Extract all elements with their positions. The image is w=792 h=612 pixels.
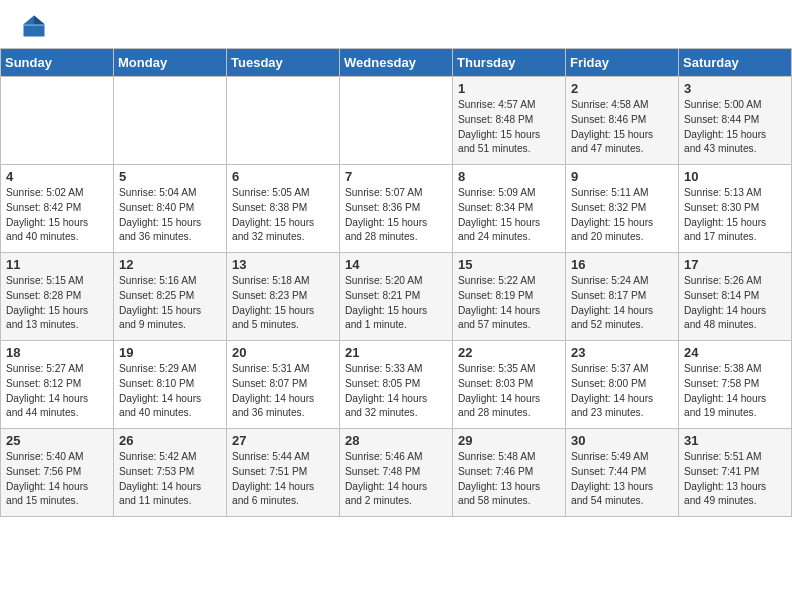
day-number: 15 [458, 257, 560, 272]
calendar-cell [227, 77, 340, 165]
day-number: 22 [458, 345, 560, 360]
day-number: 24 [684, 345, 786, 360]
day-info: Sunrise: 4:58 AM Sunset: 8:46 PM Dayligh… [571, 98, 673, 157]
calendar-cell: 11Sunrise: 5:15 AM Sunset: 8:28 PM Dayli… [1, 253, 114, 341]
day-number: 31 [684, 433, 786, 448]
day-number: 28 [345, 433, 447, 448]
calendar-cell: 5Sunrise: 5:04 AM Sunset: 8:40 PM Daylig… [114, 165, 227, 253]
calendar-cell: 14Sunrise: 5:20 AM Sunset: 8:21 PM Dayli… [340, 253, 453, 341]
calendar-week-1: 1Sunrise: 4:57 AM Sunset: 8:48 PM Daylig… [1, 77, 792, 165]
day-info: Sunrise: 5:16 AM Sunset: 8:25 PM Dayligh… [119, 274, 221, 333]
calendar-cell: 12Sunrise: 5:16 AM Sunset: 8:25 PM Dayli… [114, 253, 227, 341]
day-info: Sunrise: 5:29 AM Sunset: 8:10 PM Dayligh… [119, 362, 221, 421]
calendar-cell: 2Sunrise: 4:58 AM Sunset: 8:46 PM Daylig… [566, 77, 679, 165]
calendar-cell: 28Sunrise: 5:46 AM Sunset: 7:48 PM Dayli… [340, 429, 453, 517]
day-number: 13 [232, 257, 334, 272]
day-number: 16 [571, 257, 673, 272]
day-number: 30 [571, 433, 673, 448]
day-info: Sunrise: 5:04 AM Sunset: 8:40 PM Dayligh… [119, 186, 221, 245]
day-number: 11 [6, 257, 108, 272]
day-info: Sunrise: 5:49 AM Sunset: 7:44 PM Dayligh… [571, 450, 673, 509]
day-number: 26 [119, 433, 221, 448]
day-number: 17 [684, 257, 786, 272]
day-info: Sunrise: 5:38 AM Sunset: 7:58 PM Dayligh… [684, 362, 786, 421]
calendar-week-4: 18Sunrise: 5:27 AM Sunset: 8:12 PM Dayli… [1, 341, 792, 429]
day-number: 29 [458, 433, 560, 448]
calendar-cell: 30Sunrise: 5:49 AM Sunset: 7:44 PM Dayli… [566, 429, 679, 517]
calendar-cell: 19Sunrise: 5:29 AM Sunset: 8:10 PM Dayli… [114, 341, 227, 429]
day-info: Sunrise: 5:15 AM Sunset: 8:28 PM Dayligh… [6, 274, 108, 333]
day-number: 9 [571, 169, 673, 184]
day-number: 5 [119, 169, 221, 184]
weekday-header-saturday: Saturday [679, 49, 792, 77]
calendar-cell: 26Sunrise: 5:42 AM Sunset: 7:53 PM Dayli… [114, 429, 227, 517]
day-number: 12 [119, 257, 221, 272]
logo-icon [20, 12, 48, 40]
logo [20, 12, 52, 40]
svg-marker-1 [34, 16, 45, 25]
day-info: Sunrise: 5:51 AM Sunset: 7:41 PM Dayligh… [684, 450, 786, 509]
day-number: 10 [684, 169, 786, 184]
calendar-table: SundayMondayTuesdayWednesdayThursdayFrid… [0, 48, 792, 517]
calendar-cell: 23Sunrise: 5:37 AM Sunset: 8:00 PM Dayli… [566, 341, 679, 429]
calendar-cell: 18Sunrise: 5:27 AM Sunset: 8:12 PM Dayli… [1, 341, 114, 429]
calendar-cell: 29Sunrise: 5:48 AM Sunset: 7:46 PM Dayli… [453, 429, 566, 517]
day-number: 7 [345, 169, 447, 184]
weekday-header-monday: Monday [114, 49, 227, 77]
calendar-cell: 9Sunrise: 5:11 AM Sunset: 8:32 PM Daylig… [566, 165, 679, 253]
svg-rect-2 [24, 24, 45, 26]
day-info: Sunrise: 5:24 AM Sunset: 8:17 PM Dayligh… [571, 274, 673, 333]
weekday-header-wednesday: Wednesday [340, 49, 453, 77]
day-info: Sunrise: 5:11 AM Sunset: 8:32 PM Dayligh… [571, 186, 673, 245]
day-number: 3 [684, 81, 786, 96]
calendar-cell: 27Sunrise: 5:44 AM Sunset: 7:51 PM Dayli… [227, 429, 340, 517]
day-number: 27 [232, 433, 334, 448]
calendar-week-2: 4Sunrise: 5:02 AM Sunset: 8:42 PM Daylig… [1, 165, 792, 253]
day-number: 25 [6, 433, 108, 448]
day-info: Sunrise: 5:26 AM Sunset: 8:14 PM Dayligh… [684, 274, 786, 333]
day-number: 18 [6, 345, 108, 360]
calendar-cell [340, 77, 453, 165]
calendar-week-3: 11Sunrise: 5:15 AM Sunset: 8:28 PM Dayli… [1, 253, 792, 341]
weekday-header-tuesday: Tuesday [227, 49, 340, 77]
day-number: 4 [6, 169, 108, 184]
calendar-cell: 1Sunrise: 4:57 AM Sunset: 8:48 PM Daylig… [453, 77, 566, 165]
day-info: Sunrise: 5:00 AM Sunset: 8:44 PM Dayligh… [684, 98, 786, 157]
calendar-cell: 17Sunrise: 5:26 AM Sunset: 8:14 PM Dayli… [679, 253, 792, 341]
day-info: Sunrise: 4:57 AM Sunset: 8:48 PM Dayligh… [458, 98, 560, 157]
day-info: Sunrise: 5:20 AM Sunset: 8:21 PM Dayligh… [345, 274, 447, 333]
day-info: Sunrise: 5:22 AM Sunset: 8:19 PM Dayligh… [458, 274, 560, 333]
calendar-cell: 3Sunrise: 5:00 AM Sunset: 8:44 PM Daylig… [679, 77, 792, 165]
calendar-cell: 20Sunrise: 5:31 AM Sunset: 8:07 PM Dayli… [227, 341, 340, 429]
page-header [0, 0, 792, 48]
day-number: 6 [232, 169, 334, 184]
calendar-cell: 24Sunrise: 5:38 AM Sunset: 7:58 PM Dayli… [679, 341, 792, 429]
day-info: Sunrise: 5:44 AM Sunset: 7:51 PM Dayligh… [232, 450, 334, 509]
day-number: 8 [458, 169, 560, 184]
day-info: Sunrise: 5:18 AM Sunset: 8:23 PM Dayligh… [232, 274, 334, 333]
day-number: 2 [571, 81, 673, 96]
day-info: Sunrise: 5:07 AM Sunset: 8:36 PM Dayligh… [345, 186, 447, 245]
day-info: Sunrise: 5:33 AM Sunset: 8:05 PM Dayligh… [345, 362, 447, 421]
day-info: Sunrise: 5:02 AM Sunset: 8:42 PM Dayligh… [6, 186, 108, 245]
day-number: 14 [345, 257, 447, 272]
day-number: 21 [345, 345, 447, 360]
day-info: Sunrise: 5:40 AM Sunset: 7:56 PM Dayligh… [6, 450, 108, 509]
calendar-cell: 25Sunrise: 5:40 AM Sunset: 7:56 PM Dayli… [1, 429, 114, 517]
weekday-header-friday: Friday [566, 49, 679, 77]
calendar-cell: 31Sunrise: 5:51 AM Sunset: 7:41 PM Dayli… [679, 429, 792, 517]
calendar-cell: 16Sunrise: 5:24 AM Sunset: 8:17 PM Dayli… [566, 253, 679, 341]
weekday-header-sunday: Sunday [1, 49, 114, 77]
calendar-cell: 22Sunrise: 5:35 AM Sunset: 8:03 PM Dayli… [453, 341, 566, 429]
calendar-week-5: 25Sunrise: 5:40 AM Sunset: 7:56 PM Dayli… [1, 429, 792, 517]
day-info: Sunrise: 5:37 AM Sunset: 8:00 PM Dayligh… [571, 362, 673, 421]
calendar-cell: 4Sunrise: 5:02 AM Sunset: 8:42 PM Daylig… [1, 165, 114, 253]
day-info: Sunrise: 5:46 AM Sunset: 7:48 PM Dayligh… [345, 450, 447, 509]
day-info: Sunrise: 5:35 AM Sunset: 8:03 PM Dayligh… [458, 362, 560, 421]
calendar-cell [114, 77, 227, 165]
day-number: 20 [232, 345, 334, 360]
day-number: 19 [119, 345, 221, 360]
calendar-cell: 7Sunrise: 5:07 AM Sunset: 8:36 PM Daylig… [340, 165, 453, 253]
calendar-cell: 10Sunrise: 5:13 AM Sunset: 8:30 PM Dayli… [679, 165, 792, 253]
calendar-cell: 15Sunrise: 5:22 AM Sunset: 8:19 PM Dayli… [453, 253, 566, 341]
